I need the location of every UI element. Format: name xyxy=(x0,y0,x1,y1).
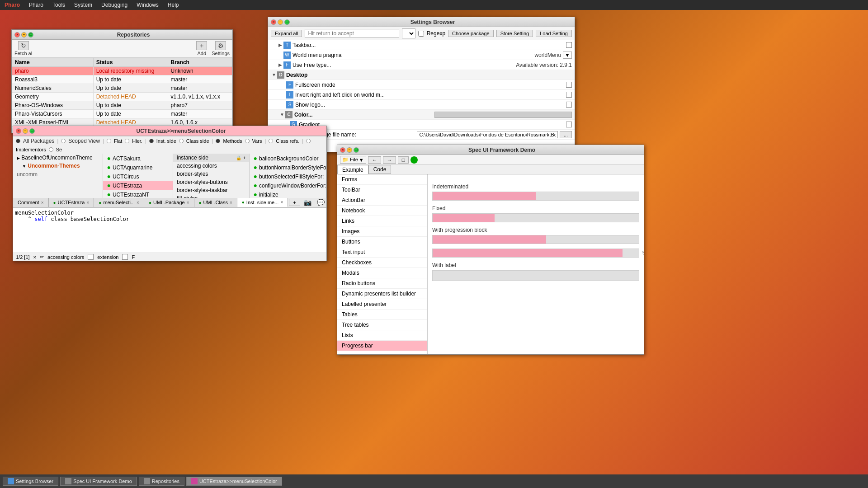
repos-row[interactable]: pharoLocal repository missingUnknown xyxy=(12,67,232,75)
inst-side-radio[interactable] xyxy=(149,139,154,143)
repos-close-btn[interactable]: × xyxy=(14,32,20,38)
tab-menuselection[interactable]: ● menuSelecti... × xyxy=(94,198,144,207)
method-item-balloonbackgroundcolor[interactable]: ●balloonBackgroundColor xyxy=(250,154,326,163)
file-menu-btn[interactable]: 📁 File ▼ xyxy=(340,156,366,164)
taskbar-settings-browser[interactable]: Settings Browser xyxy=(3,477,58,486)
gradient-check[interactable] xyxy=(566,122,572,127)
world-menu-dropdown-icon[interactable]: ▼ xyxy=(563,52,572,59)
code-tab-btn[interactable]: Code xyxy=(368,165,392,174)
toolbar-stop-btn[interactable]: □ xyxy=(398,156,409,164)
spec-close-btn[interactable]: × xyxy=(340,147,345,153)
add-button[interactable]: + Add xyxy=(196,41,207,56)
pkg-item-baseline[interactable]: BaselineOfUncommonTheme xyxy=(13,154,103,162)
all-packages-radio[interactable] xyxy=(16,139,20,143)
protocol-instance-side[interactable]: instance side 🔒 + xyxy=(173,154,250,162)
tab-camera-icon[interactable]: 📷 xyxy=(301,198,314,207)
fetch-button[interactable]: ↻ Fetch al xyxy=(14,41,32,56)
class-refs-radio[interactable] xyxy=(269,139,273,143)
fullscreen-check[interactable] xyxy=(566,82,572,88)
method-item-configurewindowborderfor[interactable]: ●configureWindowBorderFor: xyxy=(250,181,326,190)
protocol-border-styles[interactable]: border-styles xyxy=(173,170,250,178)
repos-max-btn[interactable]: □ xyxy=(28,32,33,38)
regexp-checkbox[interactable] xyxy=(418,31,424,37)
code-close-btn[interactable]: × xyxy=(16,128,21,134)
bg-image-browse-btn[interactable]: ... xyxy=(560,131,572,138)
tab-uml-class-close[interactable]: × xyxy=(230,200,232,205)
settings-close-btn[interactable]: × xyxy=(271,19,276,25)
repos-row[interactable]: NumericScalesUp to datemaster xyxy=(12,84,232,93)
statusbar-check1[interactable] xyxy=(88,254,94,260)
spec-item-progress-bar[interactable]: Progress bar xyxy=(337,341,427,351)
freetype-expand-btn[interactable]: ▶ xyxy=(277,62,283,68)
spec-item-modals[interactable]: Modals xyxy=(337,268,427,278)
spec-item-radio-buttons[interactable]: Radio buttons xyxy=(337,278,427,289)
vars-radio[interactable] xyxy=(245,139,250,143)
settings-row-show-logo[interactable]: S Show logo... xyxy=(268,100,575,110)
taskbar-code-browser[interactable]: UCTEstraza>>menuSelectionColor xyxy=(186,477,282,486)
settings-button[interactable]: ⚙ Settings xyxy=(212,41,230,56)
spec-item-dynamic-presenters[interactable]: Dynamic presenters list builder xyxy=(337,289,427,299)
expand-all-button[interactable]: Expand all xyxy=(271,30,302,37)
settings-row-desktop[interactable]: ▼ D Desktop xyxy=(268,70,575,80)
class-item-uctestrazant[interactable]: ●UCTEstrazaNT xyxy=(103,190,173,198)
spec-item-checkboxes[interactable]: Checkboxes xyxy=(337,258,427,268)
spec-item-toolbar[interactable]: ToolBar xyxy=(337,185,427,195)
tab-comment[interactable]: Comment × xyxy=(13,198,49,207)
repos-row[interactable]: Pharo-OS-WindowsUp to datepharo7 xyxy=(12,101,232,110)
settings-row-color[interactable]: ▼ C Color... xyxy=(268,110,575,120)
tab-inst-side-close[interactable]: × xyxy=(280,200,283,205)
protocol-accessing-colors[interactable]: accessing colors xyxy=(173,162,250,170)
class-item-actsakura[interactable]: ●ACTSakura xyxy=(103,154,173,163)
settings-min-btn[interactable]: − xyxy=(278,19,283,25)
menu-pharo[interactable]: Pharo xyxy=(24,0,48,10)
desktop-expand-btn[interactable]: ▼ xyxy=(271,72,277,78)
tab-uml-class[interactable]: ● UML-Class × xyxy=(194,198,237,207)
spec-item-links[interactable]: Links xyxy=(337,216,427,226)
statusbar-edit-icon[interactable]: ✏ xyxy=(40,254,44,260)
repos-row[interactable]: Roassal3Up to datemaster xyxy=(12,75,232,84)
protocol-border-styles-buttons[interactable]: border-styles-buttons xyxy=(173,178,250,186)
tab-uctestraza-close[interactable]: × xyxy=(86,200,89,205)
hier-radio[interactable] xyxy=(125,139,129,143)
tab-uml-package-close[interactable]: × xyxy=(187,200,189,205)
store-setting-button[interactable]: Store Setting xyxy=(496,30,533,37)
toolbar-back-btn[interactable]: ← xyxy=(368,156,381,164)
implementors-radio[interactable] xyxy=(306,139,311,143)
instance-side-icon[interactable]: 🔒 xyxy=(236,155,241,160)
spec-item-labelled-presenter[interactable]: Labelled presenter xyxy=(337,299,427,310)
settings-row-fullscreen[interactable]: F Fullscreen mode xyxy=(268,80,575,90)
protocol-border-styles-taskbar[interactable]: border-styles-taskbar xyxy=(173,186,250,194)
spec-item-lists[interactable]: Lists xyxy=(337,330,427,341)
method-item-buttonselectedfillstylefor[interactable]: ●buttonSelectedFillStyleFor: xyxy=(250,172,326,181)
se-radio[interactable] xyxy=(49,147,53,152)
code-max-btn[interactable]: □ xyxy=(29,128,35,134)
method-item-buttonnormalborderstylefor[interactable]: ●buttonNormalBorderStyleFor: xyxy=(250,163,326,172)
method-item-initialize[interactable]: ●initialize xyxy=(250,190,326,198)
color-expand-btn[interactable]: ▼ xyxy=(279,112,285,118)
methods-radio[interactable] xyxy=(216,139,220,143)
class-item-uctestraza[interactable]: ●UCTEstraza xyxy=(103,181,173,190)
spec-item-images[interactable]: Images xyxy=(337,226,427,237)
menu-debugging[interactable]: Debugging xyxy=(97,0,132,10)
menu-help[interactable]: Help xyxy=(163,0,184,10)
spec-item-textinput[interactable]: Text input xyxy=(337,247,427,258)
tab-chat-icon[interactable]: 💬 xyxy=(314,198,326,207)
load-setting-button[interactable]: Load Setting xyxy=(536,30,572,37)
bg-image-input[interactable] xyxy=(417,131,557,138)
settings-row-taskbar[interactable]: ▶ T Taskbar... xyxy=(268,40,575,50)
spec-item-forms[interactable]: Forms xyxy=(337,174,427,185)
pkg-item-uncommon-themes[interactable]: Uncommon-Themes xyxy=(13,162,103,170)
spec-item-notebook[interactable]: Notebook xyxy=(337,206,427,216)
class-side-radio[interactable] xyxy=(179,139,184,143)
invert-check[interactable] xyxy=(566,92,572,98)
statusbar-check2[interactable] xyxy=(122,254,128,260)
settings-search-input[interactable] xyxy=(305,29,399,38)
repos-row[interactable]: GeometryDetached HEADv1.1.0, v1.1.x, v1.… xyxy=(12,93,232,101)
tab-inst-side-me[interactable]: ● Inst. side me... × xyxy=(237,198,288,207)
tab-comment-close[interactable]: × xyxy=(41,200,44,205)
repos-min-btn[interactable]: − xyxy=(21,32,27,38)
protocol-fill-styles[interactable]: fill-styles xyxy=(173,194,250,198)
settings-row-world-menu[interactable]: W World menu pragma worldMenu ▼ xyxy=(268,50,575,60)
code-min-btn[interactable]: − xyxy=(23,128,28,134)
code-editor[interactable]: menuSelectionColor ^ self class baseSele… xyxy=(13,207,326,253)
